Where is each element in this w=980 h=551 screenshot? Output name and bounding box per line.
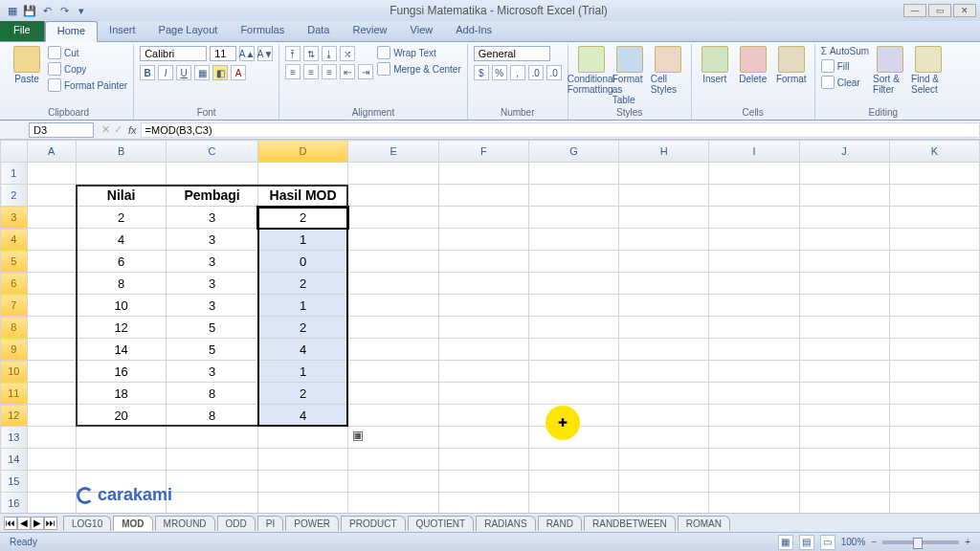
cell-C10[interactable]: 3: [167, 361, 257, 383]
cell-C9[interactable]: 5: [167, 339, 257, 361]
cell-A16[interactable]: [27, 493, 76, 515]
cell-D5[interactable]: 0: [257, 251, 348, 273]
col-header-B[interactable]: B: [76, 141, 167, 163]
cell-H9[interactable]: [619, 339, 709, 361]
cell-I4[interactable]: [709, 229, 799, 251]
cell-E11[interactable]: [348, 383, 438, 405]
cell-A1[interactable]: [27, 163, 76, 185]
cell-C16[interactable]: [167, 493, 257, 515]
tab-nav-prev[interactable]: ◀: [17, 517, 31, 530]
shrink-font-button[interactable]: A▼: [257, 46, 273, 61]
cell-A5[interactable]: [27, 251, 76, 273]
cell-F16[interactable]: [438, 493, 528, 515]
cell-J6[interactable]: [799, 273, 889, 295]
cell-H2[interactable]: [619, 185, 709, 207]
delete-cells-button[interactable]: Delete: [736, 46, 770, 84]
cell-A11[interactable]: [27, 383, 76, 405]
cell-G14[interactable]: [528, 449, 618, 471]
dec-decimal-button[interactable]: .0: [546, 65, 562, 80]
cell-E8[interactable]: [348, 317, 438, 339]
cell-H12[interactable]: [619, 405, 709, 427]
cell-I3[interactable]: [709, 207, 799, 229]
qat-dropdown-icon[interactable]: ▾: [75, 4, 88, 17]
cell-E14[interactable]: [348, 449, 438, 471]
cell-E4[interactable]: [348, 229, 438, 251]
row-header-5[interactable]: 5: [1, 251, 28, 273]
sheet-tab-randbetween[interactable]: RANDBETWEEN: [584, 516, 676, 531]
cell-J5[interactable]: [799, 251, 889, 273]
fx-icon[interactable]: fx: [128, 124, 137, 136]
cell-G1[interactable]: [528, 163, 618, 185]
tab-data[interactable]: Data: [296, 21, 341, 41]
view-normal-button[interactable]: ▦: [778, 535, 793, 550]
cell-B2[interactable]: Nilai: [76, 185, 167, 207]
cell-I7[interactable]: [709, 295, 799, 317]
cell-G3[interactable]: [528, 207, 618, 229]
cell-D11[interactable]: 2: [257, 383, 348, 405]
cell-G10[interactable]: [528, 361, 618, 383]
cell-C3[interactable]: 3: [167, 207, 257, 229]
cell-G2[interactable]: [528, 185, 618, 207]
cell-D12[interactable]: 4: [257, 405, 348, 427]
cell-B8[interactable]: 12: [76, 317, 167, 339]
cell-E2[interactable]: [348, 185, 438, 207]
tab-nav-last[interactable]: ⏭: [44, 517, 57, 530]
row-header-6[interactable]: 6: [1, 273, 28, 295]
cell-B1[interactable]: [76, 163, 167, 185]
align-right-button[interactable]: ≡: [322, 64, 337, 79]
cell-J14[interactable]: [799, 449, 889, 471]
cell-F3[interactable]: [438, 207, 528, 229]
row-header-1[interactable]: 1: [1, 163, 28, 185]
row-header-15[interactable]: 15: [1, 471, 28, 493]
cell-E15[interactable]: [348, 471, 438, 493]
insert-cells-button[interactable]: Insert: [698, 46, 732, 84]
cell-G4[interactable]: [528, 229, 618, 251]
cell-K6[interactable]: [889, 273, 979, 295]
save-icon[interactable]: 💾: [23, 4, 36, 17]
row-header-11[interactable]: 11: [1, 383, 28, 405]
cell-I14[interactable]: [709, 449, 799, 471]
cell-I15[interactable]: [709, 471, 799, 493]
tab-view[interactable]: View: [399, 21, 445, 41]
format-painter-button[interactable]: Format Painter: [48, 78, 127, 92]
cell-K4[interactable]: [889, 229, 979, 251]
cell-H3[interactable]: [619, 207, 709, 229]
cell-K9[interactable]: [889, 339, 979, 361]
cell-H14[interactable]: [619, 449, 709, 471]
cell-I11[interactable]: [709, 383, 799, 405]
comma-button[interactable]: ,: [510, 65, 525, 80]
cell-J2[interactable]: [799, 185, 889, 207]
align-left-button[interactable]: ≡: [285, 64, 301, 79]
cell-I5[interactable]: [709, 251, 799, 273]
cell-B4[interactable]: 4: [76, 229, 167, 251]
view-layout-button[interactable]: ▤: [799, 535, 814, 550]
tab-nav-next[interactable]: ▶: [31, 517, 44, 530]
cell-F4[interactable]: [438, 229, 528, 251]
cell-F15[interactable]: [438, 471, 528, 493]
cell-H10[interactable]: [619, 361, 709, 383]
sheet-tab-rand[interactable]: RAND: [538, 516, 582, 531]
cell-F9[interactable]: [438, 339, 528, 361]
cell-J13[interactable]: [799, 427, 889, 449]
cell-D10[interactable]: 1: [257, 361, 348, 383]
orientation-button[interactable]: ⤭: [340, 46, 355, 61]
cell-A2[interactable]: [27, 185, 76, 207]
select-all-corner[interactable]: [1, 141, 28, 163]
cell-C13[interactable]: [167, 427, 257, 449]
cell-F6[interactable]: [438, 273, 528, 295]
col-header-G[interactable]: G: [528, 141, 618, 163]
cell-I12[interactable]: [709, 405, 799, 427]
cell-D7[interactable]: 1: [257, 295, 348, 317]
col-header-K[interactable]: K: [889, 141, 979, 163]
cell-D16[interactable]: [257, 493, 348, 515]
cell-J16[interactable]: [799, 493, 889, 515]
tab-formulas[interactable]: Formulas: [229, 21, 296, 41]
cell-K12[interactable]: [889, 405, 979, 427]
col-header-I[interactable]: I: [709, 141, 799, 163]
view-break-button[interactable]: ▭: [820, 535, 835, 550]
zoom-slider[interactable]: [882, 540, 959, 544]
cell-E5[interactable]: [348, 251, 438, 273]
cell-A3[interactable]: [27, 207, 76, 229]
number-format-select[interactable]: General: [474, 46, 550, 61]
cell-C2[interactable]: Pembagi: [167, 185, 257, 207]
